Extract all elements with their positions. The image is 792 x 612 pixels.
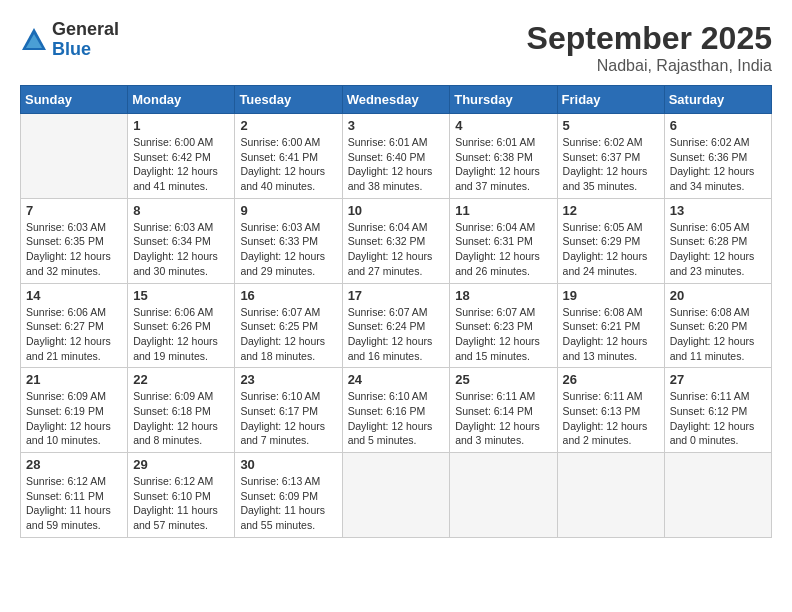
day-detail: Sunrise: 6:10 AM Sunset: 6:17 PM Dayligh…: [240, 389, 336, 448]
page-header: General Blue September 2025 Nadbai, Raja…: [20, 20, 772, 75]
calendar-cell: 17Sunrise: 6:07 AM Sunset: 6:24 PM Dayli…: [342, 283, 450, 368]
day-detail: Sunrise: 6:08 AM Sunset: 6:21 PM Dayligh…: [563, 305, 659, 364]
calendar-cell: [557, 453, 664, 538]
day-detail: Sunrise: 6:03 AM Sunset: 6:34 PM Dayligh…: [133, 220, 229, 279]
day-number: 24: [348, 372, 445, 387]
day-detail: Sunrise: 6:00 AM Sunset: 6:42 PM Dayligh…: [133, 135, 229, 194]
week-row-5: 28Sunrise: 6:12 AM Sunset: 6:11 PM Dayli…: [21, 453, 772, 538]
calendar-cell: 4Sunrise: 6:01 AM Sunset: 6:38 PM Daylig…: [450, 114, 557, 199]
day-number: 14: [26, 288, 122, 303]
calendar-cell: 30Sunrise: 6:13 AM Sunset: 6:09 PM Dayli…: [235, 453, 342, 538]
title-block: September 2025 Nadbai, Rajasthan, India: [527, 20, 772, 75]
calendar-cell: 18Sunrise: 6:07 AM Sunset: 6:23 PM Dayli…: [450, 283, 557, 368]
day-detail: Sunrise: 6:11 AM Sunset: 6:14 PM Dayligh…: [455, 389, 551, 448]
day-number: 30: [240, 457, 336, 472]
day-detail: Sunrise: 6:12 AM Sunset: 6:11 PM Dayligh…: [26, 474, 122, 533]
calendar-cell: 23Sunrise: 6:10 AM Sunset: 6:17 PM Dayli…: [235, 368, 342, 453]
calendar-cell: 20Sunrise: 6:08 AM Sunset: 6:20 PM Dayli…: [664, 283, 771, 368]
logo-blue: Blue: [52, 40, 119, 60]
calendar-header-wednesday: Wednesday: [342, 86, 450, 114]
day-number: 23: [240, 372, 336, 387]
calendar-cell: 3Sunrise: 6:01 AM Sunset: 6:40 PM Daylig…: [342, 114, 450, 199]
month-title: September 2025: [527, 20, 772, 57]
day-detail: Sunrise: 6:01 AM Sunset: 6:40 PM Dayligh…: [348, 135, 445, 194]
calendar-cell: 13Sunrise: 6:05 AM Sunset: 6:28 PM Dayli…: [664, 198, 771, 283]
day-number: 27: [670, 372, 766, 387]
logo-text: General Blue: [52, 20, 119, 60]
calendar-cell: [21, 114, 128, 199]
calendar-header-row: SundayMondayTuesdayWednesdayThursdayFrid…: [21, 86, 772, 114]
day-number: 12: [563, 203, 659, 218]
calendar-cell: 16Sunrise: 6:07 AM Sunset: 6:25 PM Dayli…: [235, 283, 342, 368]
day-detail: Sunrise: 6:02 AM Sunset: 6:36 PM Dayligh…: [670, 135, 766, 194]
calendar-cell: [450, 453, 557, 538]
calendar-cell: 11Sunrise: 6:04 AM Sunset: 6:31 PM Dayli…: [450, 198, 557, 283]
calendar-cell: 2Sunrise: 6:00 AM Sunset: 6:41 PM Daylig…: [235, 114, 342, 199]
day-detail: Sunrise: 6:07 AM Sunset: 6:23 PM Dayligh…: [455, 305, 551, 364]
day-number: 17: [348, 288, 445, 303]
day-detail: Sunrise: 6:00 AM Sunset: 6:41 PM Dayligh…: [240, 135, 336, 194]
day-detail: Sunrise: 6:06 AM Sunset: 6:27 PM Dayligh…: [26, 305, 122, 364]
day-number: 29: [133, 457, 229, 472]
day-number: 15: [133, 288, 229, 303]
day-number: 9: [240, 203, 336, 218]
location-subtitle: Nadbai, Rajasthan, India: [527, 57, 772, 75]
calendar-cell: 5Sunrise: 6:02 AM Sunset: 6:37 PM Daylig…: [557, 114, 664, 199]
calendar-cell: 8Sunrise: 6:03 AM Sunset: 6:34 PM Daylig…: [128, 198, 235, 283]
calendar-cell: 1Sunrise: 6:00 AM Sunset: 6:42 PM Daylig…: [128, 114, 235, 199]
day-number: 16: [240, 288, 336, 303]
day-detail: Sunrise: 6:03 AM Sunset: 6:35 PM Dayligh…: [26, 220, 122, 279]
day-number: 26: [563, 372, 659, 387]
calendar-table: SundayMondayTuesdayWednesdayThursdayFrid…: [20, 85, 772, 538]
day-detail: Sunrise: 6:11 AM Sunset: 6:12 PM Dayligh…: [670, 389, 766, 448]
calendar-cell: 29Sunrise: 6:12 AM Sunset: 6:10 PM Dayli…: [128, 453, 235, 538]
day-detail: Sunrise: 6:11 AM Sunset: 6:13 PM Dayligh…: [563, 389, 659, 448]
day-detail: Sunrise: 6:09 AM Sunset: 6:19 PM Dayligh…: [26, 389, 122, 448]
day-detail: Sunrise: 6:05 AM Sunset: 6:28 PM Dayligh…: [670, 220, 766, 279]
calendar-cell: 21Sunrise: 6:09 AM Sunset: 6:19 PM Dayli…: [21, 368, 128, 453]
day-number: 21: [26, 372, 122, 387]
calendar-cell: 28Sunrise: 6:12 AM Sunset: 6:11 PM Dayli…: [21, 453, 128, 538]
day-number: 3: [348, 118, 445, 133]
week-row-1: 1Sunrise: 6:00 AM Sunset: 6:42 PM Daylig…: [21, 114, 772, 199]
day-number: 18: [455, 288, 551, 303]
day-number: 11: [455, 203, 551, 218]
calendar-cell: 15Sunrise: 6:06 AM Sunset: 6:26 PM Dayli…: [128, 283, 235, 368]
calendar-cell: 26Sunrise: 6:11 AM Sunset: 6:13 PM Dayli…: [557, 368, 664, 453]
logo-general: General: [52, 20, 119, 40]
calendar-cell: [664, 453, 771, 538]
calendar-header-friday: Friday: [557, 86, 664, 114]
calendar-cell: [342, 453, 450, 538]
calendar-header-saturday: Saturday: [664, 86, 771, 114]
day-detail: Sunrise: 6:08 AM Sunset: 6:20 PM Dayligh…: [670, 305, 766, 364]
week-row-4: 21Sunrise: 6:09 AM Sunset: 6:19 PM Dayli…: [21, 368, 772, 453]
week-row-3: 14Sunrise: 6:06 AM Sunset: 6:27 PM Dayli…: [21, 283, 772, 368]
day-detail: Sunrise: 6:02 AM Sunset: 6:37 PM Dayligh…: [563, 135, 659, 194]
day-number: 28: [26, 457, 122, 472]
day-detail: Sunrise: 6:09 AM Sunset: 6:18 PM Dayligh…: [133, 389, 229, 448]
day-detail: Sunrise: 6:12 AM Sunset: 6:10 PM Dayligh…: [133, 474, 229, 533]
day-detail: Sunrise: 6:13 AM Sunset: 6:09 PM Dayligh…: [240, 474, 336, 533]
day-detail: Sunrise: 6:10 AM Sunset: 6:16 PM Dayligh…: [348, 389, 445, 448]
calendar-cell: 12Sunrise: 6:05 AM Sunset: 6:29 PM Dayli…: [557, 198, 664, 283]
calendar-cell: 10Sunrise: 6:04 AM Sunset: 6:32 PM Dayli…: [342, 198, 450, 283]
calendar-cell: 22Sunrise: 6:09 AM Sunset: 6:18 PM Dayli…: [128, 368, 235, 453]
day-number: 25: [455, 372, 551, 387]
day-detail: Sunrise: 6:05 AM Sunset: 6:29 PM Dayligh…: [563, 220, 659, 279]
day-number: 22: [133, 372, 229, 387]
day-number: 2: [240, 118, 336, 133]
day-number: 10: [348, 203, 445, 218]
day-detail: Sunrise: 6:04 AM Sunset: 6:31 PM Dayligh…: [455, 220, 551, 279]
calendar-cell: 7Sunrise: 6:03 AM Sunset: 6:35 PM Daylig…: [21, 198, 128, 283]
day-number: 8: [133, 203, 229, 218]
day-detail: Sunrise: 6:07 AM Sunset: 6:25 PM Dayligh…: [240, 305, 336, 364]
day-detail: Sunrise: 6:04 AM Sunset: 6:32 PM Dayligh…: [348, 220, 445, 279]
day-detail: Sunrise: 6:07 AM Sunset: 6:24 PM Dayligh…: [348, 305, 445, 364]
day-number: 7: [26, 203, 122, 218]
day-number: 5: [563, 118, 659, 133]
calendar-cell: 9Sunrise: 6:03 AM Sunset: 6:33 PM Daylig…: [235, 198, 342, 283]
calendar-header-tuesday: Tuesday: [235, 86, 342, 114]
calendar-cell: 24Sunrise: 6:10 AM Sunset: 6:16 PM Dayli…: [342, 368, 450, 453]
calendar-header-thursday: Thursday: [450, 86, 557, 114]
calendar-cell: 6Sunrise: 6:02 AM Sunset: 6:36 PM Daylig…: [664, 114, 771, 199]
